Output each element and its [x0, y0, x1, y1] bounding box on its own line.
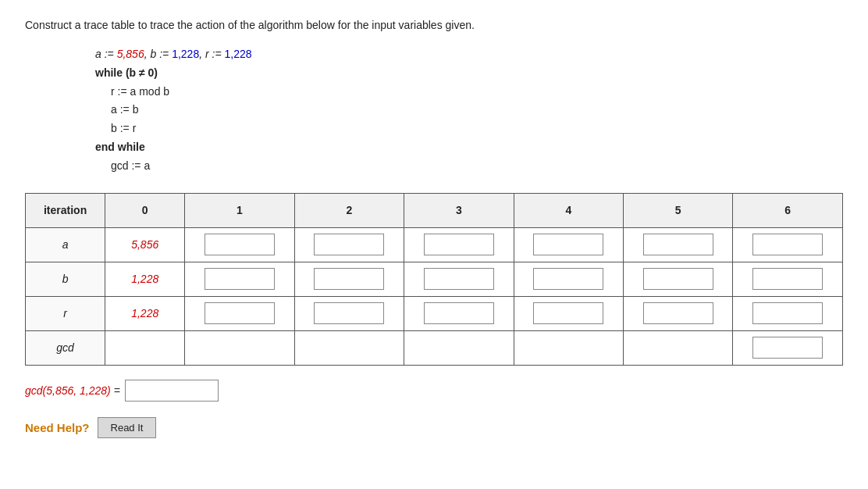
- input-r-1-cell: [185, 296, 294, 330]
- input-b-6-cell: [733, 262, 843, 296]
- input-b-1-cell: [185, 262, 294, 296]
- label-b: b: [26, 262, 105, 296]
- input-gcd-6[interactable]: [752, 337, 823, 359]
- input-r-3-cell: [404, 296, 514, 330]
- row-b: b 1,228: [26, 262, 843, 296]
- input-r-1[interactable]: [205, 302, 275, 324]
- input-r-2[interactable]: [314, 302, 384, 324]
- label-a: a: [26, 227, 105, 262]
- label-gcd: gcd: [26, 330, 105, 365]
- input-b-2[interactable]: [314, 268, 384, 290]
- header-col4: 4: [514, 193, 623, 227]
- gcd-result-label: gcd(5,856, 1,228) =: [25, 384, 120, 397]
- row-a: a 5,856: [26, 227, 843, 262]
- algo-r-assign: r := a mod b: [111, 83, 843, 102]
- input-r-4-cell: [514, 296, 623, 330]
- input-a-5-cell: [624, 227, 733, 262]
- input-a-3[interactable]: [424, 234, 494, 255]
- algorithm-block: a := 5,856, b := 1,228, r := 1,228 while…: [95, 45, 843, 176]
- instruction-text: Construct a trace table to trace the act…: [25, 19, 843, 31]
- row-r: r 1,228: [26, 296, 843, 330]
- input-a-2-cell: [294, 227, 404, 262]
- algo-end-while: end while: [95, 138, 843, 157]
- input-r-2-cell: [294, 296, 404, 330]
- input-a-4[interactable]: [533, 234, 603, 255]
- input-a-3-cell: [404, 227, 514, 262]
- header-col0: 0: [105, 193, 185, 227]
- algo-b-val: 1,228: [172, 48, 199, 60]
- input-a-1-cell: [185, 227, 294, 262]
- trace-table: iteration 0 1 2 3 4 5 6 a 5,856 b 1,228: [25, 193, 843, 366]
- algo-a-assign: a :=: [95, 48, 117, 60]
- row-gcd: gcd: [26, 330, 843, 365]
- header-col3: 3: [404, 193, 514, 227]
- header-col2: 2: [294, 193, 404, 227]
- input-a-4-cell: [514, 227, 623, 262]
- val-a-0: 5,856: [105, 227, 185, 262]
- header-col1: 1: [185, 193, 294, 227]
- help-section: Need Help? Read It: [25, 417, 843, 438]
- input-a-6-cell: [733, 227, 843, 262]
- algo-a-assign-b: a := b: [111, 101, 843, 120]
- val-gcd-4: [514, 330, 623, 365]
- algo-b-assign-r: b := r: [111, 120, 843, 138]
- input-b-4-cell: [514, 262, 623, 296]
- val-gcd-2: [294, 330, 404, 365]
- val-gcd-5: [624, 330, 733, 365]
- gcd-result-input[interactable]: [125, 380, 219, 402]
- input-a-6[interactable]: [752, 234, 823, 255]
- input-b-6[interactable]: [752, 268, 823, 290]
- input-a-2[interactable]: [314, 234, 384, 255]
- algo-r-val: 1,228: [225, 48, 252, 60]
- input-b-4[interactable]: [533, 268, 603, 290]
- val-gcd-1: [185, 330, 294, 365]
- need-help-label: Need Help?: [25, 421, 90, 434]
- val-b-0: 1,228: [105, 262, 185, 296]
- val-gcd-0: [105, 330, 185, 365]
- input-b-3[interactable]: [424, 268, 494, 290]
- input-r-4[interactable]: [533, 302, 603, 324]
- input-r-5[interactable]: [643, 302, 713, 324]
- header-iteration: iteration: [26, 193, 105, 227]
- input-b-5[interactable]: [643, 268, 713, 290]
- val-gcd-3: [404, 330, 514, 365]
- val-r-0: 1,228: [105, 296, 185, 330]
- input-r-6[interactable]: [752, 302, 823, 324]
- header-col6: 6: [733, 193, 843, 227]
- input-b-5-cell: [624, 262, 733, 296]
- input-gcd-6-cell: [733, 330, 843, 365]
- header-col5: 5: [624, 193, 733, 227]
- gcd-result-line: gcd(5,856, 1,228) =: [25, 380, 843, 402]
- algo-a-val: 5,856: [117, 48, 144, 60]
- input-a-1[interactable]: [205, 234, 275, 255]
- input-b-3-cell: [404, 262, 514, 296]
- label-r: r: [26, 296, 105, 330]
- input-b-2-cell: [294, 262, 404, 296]
- input-r-3[interactable]: [424, 302, 494, 324]
- input-b-1[interactable]: [205, 268, 275, 290]
- input-r-5-cell: [624, 296, 733, 330]
- algo-gcd-assign: gcd := a: [111, 157, 843, 176]
- input-a-5[interactable]: [643, 234, 713, 255]
- read-it-button[interactable]: Read It: [98, 417, 157, 438]
- input-r-6-cell: [733, 296, 843, 330]
- algo-while: while (b ≠ 0): [95, 64, 843, 83]
